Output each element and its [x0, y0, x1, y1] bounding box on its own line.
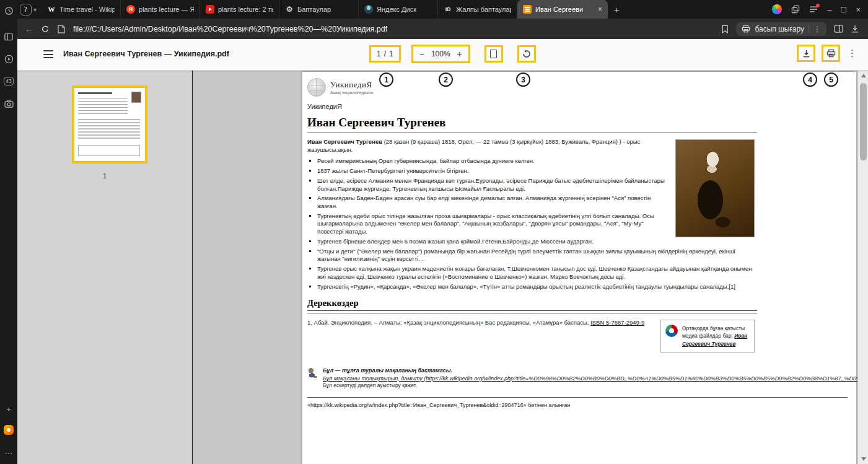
print-pdf-button[interactable] — [822, 45, 840, 62]
tab-time-travel[interactable]: W Time travel - Wikip — [42, 0, 121, 19]
address-bar: ← file:///C:/Users/Admin/Desktop/Иван%20… — [17, 19, 868, 39]
scroll-up-button[interactable] — [858, 71, 868, 81]
tab-yandex-disk[interactable]: Яндекс Диск — [359, 0, 438, 19]
close-button[interactable]: × — [856, 5, 861, 14]
new-tab-button[interactable]: + — [614, 4, 620, 15]
pdf-doc-icon — [523, 5, 532, 14]
current-page[interactable]: 1 — [377, 50, 381, 58]
tab-label: Иван Сергееви — [535, 6, 594, 13]
bullet-item: Тургенев бірнеше өлеңдер мен 6 поэма жаз… — [317, 238, 757, 246]
callout-1: 1 — [379, 72, 393, 87]
stub-edit-link[interactable]: Бұл мақаланы толықтырып, дамыту (https:/… — [323, 375, 857, 383]
downloads-icon[interactable] — [851, 25, 859, 33]
intro-subject: Иван Сергеевич Тургенев — [307, 138, 382, 145]
wikipedia-icon: W — [47, 5, 56, 14]
youtube-icon — [206, 5, 214, 14]
browser-menu-icon[interactable] — [809, 6, 818, 13]
video-play-icon[interactable] — [0, 51, 17, 67]
sidebar-panel-icon[interactable] — [0, 28, 17, 45]
side-panel-icon[interactable] — [834, 25, 843, 33]
zoom-in-button[interactable]: + — [457, 49, 462, 59]
retrieved-from-text: «https://kk.wikipedia.org/w/index.php?ti… — [307, 402, 757, 408]
tab-count: 7 — [20, 4, 32, 15]
profile-avatar[interactable] — [772, 4, 782, 14]
callout-4: 4 — [803, 72, 817, 87]
gear-icon: ⚙ — [285, 5, 294, 14]
badge-43-icon[interactable]: 43 — [0, 73, 17, 89]
rotate-button[interactable] — [517, 45, 536, 63]
pdf-viewer-area: УикипедиЯ Ашық энциклопедиясы УикипедиЯ … — [193, 71, 857, 464]
yandex-icon: Я — [126, 5, 135, 14]
back-icon[interactable]: ← — [21, 24, 37, 34]
vertical-scrollbar[interactable] — [857, 71, 868, 464]
thumbnail-preview — [74, 88, 145, 161]
tab-plants-lecture-youtube[interactable]: plants lecture: 2 ть — [200, 0, 279, 19]
tab-turgenev-pdf-active[interactable]: Иван Сергееви × — [517, 0, 608, 19]
commons-box-text: Ортақорда бұған қатысты медиа файлдар ба… — [682, 325, 750, 348]
tab-general-settings[interactable]: ID Жалпы баптаулар — [438, 0, 517, 19]
stub-line-1: Бұл — тұлға туралы мақаланың бастамасы. — [323, 367, 857, 375]
rail-add-icon[interactable]: + — [0, 401, 17, 417]
rail-more-icon[interactable]: … — [0, 443, 17, 459]
footer-rule — [307, 397, 848, 398]
bookmark-flag-icon[interactable] — [721, 25, 729, 33]
pdf-center-controls: 1 / 1 − 100% + — [369, 45, 536, 63]
print-page-button[interactable]: басып шығару ⋮ — [736, 22, 826, 36]
tab-counter[interactable]: 7 ▾ — [20, 4, 37, 15]
print-options-icon[interactable]: ⋮ — [813, 25, 821, 33]
refresh-icon[interactable] — [37, 25, 53, 33]
pdf-page: УикипедиЯ Ашық энциклопедиясы УикипедиЯ … — [302, 72, 856, 464]
pdf-document-title: Иван Сергеевич Тургенев — Уикипедия.pdf — [63, 50, 229, 58]
tab-bar-right-controls: – × — [772, 4, 868, 14]
page-number-control[interactable]: 1 / 1 — [369, 45, 401, 63]
fit-page-icon — [490, 50, 497, 58]
bullet-item: Тургеневтің «Рудин», «Қарсаңда», «Әкелер… — [317, 283, 757, 291]
thumbnail-panel: 1 — [17, 71, 192, 464]
id-icon: ID — [444, 5, 452, 14]
rotate-ccw-icon — [522, 49, 532, 59]
chevron-down-icon: ▾ — [33, 6, 37, 13]
wikipedia-logo-title: УикипедиЯ — [330, 80, 373, 90]
tab-settings[interactable]: ⚙ Баптаулар — [279, 0, 359, 19]
url-field[interactable]: file:///C:/Users/Admin/Desktop/Иван%20Се… — [73, 25, 387, 33]
yandex-services-icon[interactable] — [0, 422, 17, 438]
collections-icon[interactable] — [791, 5, 800, 14]
divider — [809, 25, 809, 33]
restore-button[interactable] — [841, 7, 846, 12]
tab-label: plants lecture: 2 ть — [218, 6, 273, 13]
bullet-item: "Отцы и дети" ("Әкелер мен балалар") ром… — [317, 248, 757, 263]
tab-close-icon[interactable]: × — [598, 5, 602, 14]
zoom-out-button[interactable]: − — [419, 49, 424, 59]
pdf-toolbar: Иван Сергеевич Тургенев — Уикипедия.pdf … — [17, 39, 868, 71]
download-pdf-button[interactable] — [797, 45, 815, 62]
badge-43-count: 43 — [4, 77, 13, 86]
pdf-more-options-icon[interactable]: ⋮ — [846, 48, 858, 59]
page-thumbnail[interactable] — [72, 85, 147, 164]
callout-3: 3 — [516, 72, 530, 87]
isbn-link[interactable]: ISBN 5-7667-2949-9 — [590, 319, 644, 326]
stub-notice: Бұл — тұлға туралы мақаланың бастамасы. … — [307, 367, 757, 390]
tab-label: Жалпы баптаулар — [456, 6, 511, 13]
zoom-control: − 100% + — [411, 45, 470, 63]
history-clock-icon[interactable] — [0, 2, 17, 19]
screenshot-camera-icon[interactable] — [0, 95, 17, 112]
scrollbar-thumb[interactable] — [860, 83, 867, 160]
yandex-services-logo — [4, 425, 14, 435]
page-file-icon[interactable] — [53, 25, 69, 33]
menu-icon[interactable] — [43, 50, 53, 58]
stub-line-3: Бұл ескертуді дәлдеп ауыстыру қажет. — [323, 382, 857, 390]
wikipedia-globe-icon — [307, 78, 326, 97]
scroll-down-button[interactable] — [858, 454, 868, 464]
tab-label: Баптаулар — [297, 6, 353, 13]
tab-label: Time travel - Wikip — [59, 6, 115, 13]
wikipedia-logo-row: УикипедиЯ Ашық энциклопедиясы — [307, 78, 757, 97]
page-separator: / — [384, 50, 386, 58]
minimize-button[interactable]: – — [827, 5, 831, 14]
tab-plants-lecture-ya[interactable]: Я plants lecture — Я — [121, 0, 200, 19]
print-page-label: басып шығару — [755, 25, 804, 33]
fit-page-button[interactable] — [484, 45, 503, 63]
zoom-level[interactable]: 100% — [431, 50, 450, 58]
commons-media-box: Ортақорда бұған қатысты медиа файлдар ба… — [660, 320, 755, 352]
tab-bar: 7 ▾ W Time travel - Wikip Я plants lectu… — [17, 0, 868, 19]
print-header-text: УикипедиЯ — [307, 103, 757, 110]
